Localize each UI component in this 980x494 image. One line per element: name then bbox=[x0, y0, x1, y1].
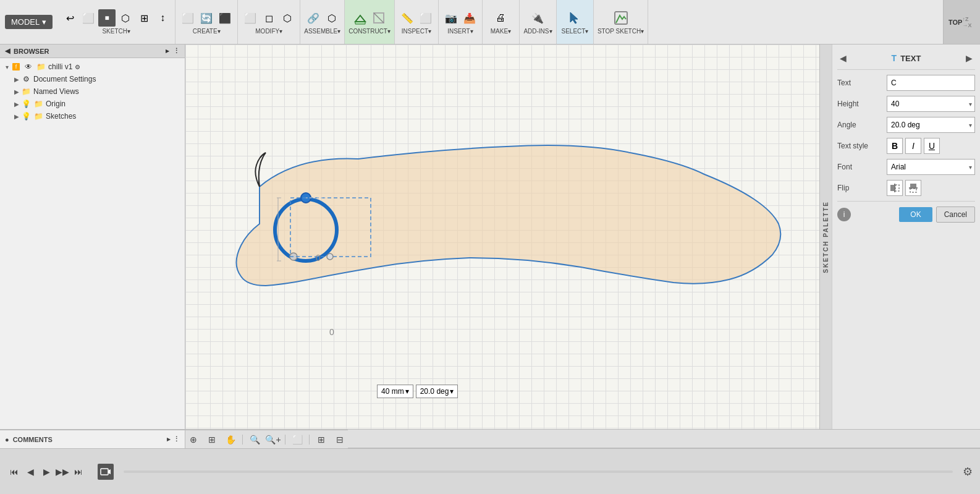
construct-plane-icon[interactable] bbox=[352, 9, 369, 27]
addins-label[interactable]: ADD-INS▾ bbox=[523, 28, 552, 35]
tree-named-views[interactable]: ▶ 📁 Named Views bbox=[0, 85, 185, 98]
stop-sketch-label[interactable]: STOP SKETCH▾ bbox=[598, 28, 644, 35]
flip-horizontal-button[interactable] bbox=[887, 180, 903, 196]
stop-sketch-section[interactable]: STOP SKETCH▾ bbox=[594, 0, 648, 44]
select-label[interactable]: SELECT▾ bbox=[561, 28, 588, 35]
sketch-section[interactable]: ↩ ⬜ ■ ⬡ ⊞ ↕ SKETCH▾ bbox=[57, 0, 175, 44]
browser-expand-btn[interactable]: ▸ bbox=[166, 47, 169, 55]
sketch-arrows-icon[interactable]: ↕ bbox=[154, 9, 171, 27]
width-input-box[interactable]: 40 mm ▾ bbox=[377, 385, 413, 398]
assemble-component-icon[interactable]: ⬡ bbox=[323, 9, 340, 27]
modify-fillet-icon[interactable]: ◻ bbox=[260, 9, 277, 27]
create-loft-icon[interactable]: ⬛ bbox=[216, 9, 234, 27]
sketch-grid-icon[interactable]: ⊞ bbox=[135, 9, 153, 27]
timeline-play-btn[interactable]: ▶ bbox=[40, 465, 53, 479]
insert-canvas-icon[interactable]: 📷 bbox=[442, 9, 460, 27]
modify-press-icon[interactable]: ⬜ bbox=[242, 9, 259, 27]
panel-next-btn[interactable]: ▶ bbox=[963, 52, 975, 64]
undo-icon[interactable]: ↩ bbox=[61, 9, 78, 27]
height-dropdown-arrow[interactable]: ▾ bbox=[969, 101, 972, 108]
italic-button[interactable]: I bbox=[905, 138, 921, 154]
modify-shell-icon[interactable]: ⬡ bbox=[279, 9, 296, 27]
panel-prev-btn[interactable]: ◀ bbox=[837, 52, 849, 64]
browser-collapse-btn[interactable]: ◀ bbox=[5, 47, 10, 55]
create-section[interactable]: ⬜ 🔄 ⬛ CREATE▾ bbox=[175, 0, 238, 44]
sketch-solid-icon[interactable]: ■ bbox=[98, 9, 116, 27]
font-dropdown-arrow[interactable]: ▾ bbox=[969, 164, 972, 171]
font-input-wrapper[interactable]: Arial ▾ bbox=[887, 159, 975, 175]
inspect-section-icon[interactable]: ⬜ bbox=[417, 9, 434, 27]
display-options-btn[interactable]: ⊟ bbox=[332, 433, 348, 446]
sketch-label[interactable]: SKETCH▾ bbox=[102, 28, 130, 35]
ok-button[interactable]: OK bbox=[899, 207, 932, 222]
sketch-hex-icon[interactable]: ⬡ bbox=[117, 9, 134, 27]
underline-button[interactable]: U bbox=[924, 138, 940, 154]
model-button[interactable]: MODEL ▾ bbox=[5, 15, 53, 29]
construct-label[interactable]: CONSTRUCT▾ bbox=[348, 28, 391, 35]
angle-input-box[interactable]: 20.0 deg ▾ bbox=[416, 385, 458, 398]
construct-axis-icon[interactable] bbox=[370, 9, 387, 27]
timeline-next-btn[interactable]: ▶▶ bbox=[56, 465, 69, 479]
stop-sketch-icon[interactable] bbox=[612, 9, 630, 27]
timeline-camera-icon[interactable] bbox=[98, 464, 114, 480]
sketch-rect-icon[interactable]: ⬜ bbox=[80, 9, 97, 27]
timeline-prev-btn[interactable]: ◀ bbox=[23, 465, 37, 479]
make-label[interactable]: MAKE▾ bbox=[491, 28, 511, 35]
timeline-end-btn[interactable]: ⏭ bbox=[72, 465, 85, 479]
tree-sketches[interactable]: ▶ 💡 📁 Sketches bbox=[0, 110, 185, 122]
addins-section[interactable]: 🔌 ADD-INS▾ bbox=[520, 0, 557, 44]
orbit-tool-btn[interactable]: ⊞ bbox=[204, 433, 220, 446]
timeline-track[interactable] bbox=[124, 471, 953, 473]
inspect-measure-icon[interactable]: 📏 bbox=[399, 9, 416, 27]
zoom-in-btn[interactable]: 🔍+ bbox=[265, 433, 281, 446]
assemble-label[interactable]: ASSEMBLE▾ bbox=[304, 28, 340, 35]
create-extrude-icon[interactable]: ⬜ bbox=[179, 9, 196, 27]
make-print-icon[interactable]: 🖨 bbox=[492, 9, 509, 27]
inspect-section[interactable]: 📏 ⬜ INSPECT▾ bbox=[395, 0, 439, 44]
tree-root-arrow[interactable]: ▾ bbox=[2, 64, 11, 70]
tree-eye-icon[interactable]: 👁 bbox=[23, 62, 33, 72]
browser-menu-btn[interactable]: ⋮ bbox=[173, 47, 180, 55]
tree-sketches-bulb-icon[interactable]: 💡 bbox=[21, 111, 31, 121]
modify-section[interactable]: ⬜ ◻ ⬡ MODIFY▾ bbox=[238, 0, 300, 44]
fit-view-btn[interactable]: ⬜ bbox=[289, 433, 305, 446]
assemble-joint-icon[interactable]: 🔗 bbox=[305, 9, 322, 27]
insert-label[interactable]: INSERT▾ bbox=[447, 28, 473, 35]
info-button[interactable]: i bbox=[837, 208, 851, 221]
pan-tool-btn[interactable]: ✋ bbox=[222, 433, 239, 446]
create-label[interactable]: CREATE▾ bbox=[193, 28, 221, 35]
inspect-label[interactable]: INSPECT▾ bbox=[402, 28, 431, 35]
timeline-start-btn[interactable]: ⏮ bbox=[7, 465, 21, 479]
tree-origin[interactable]: ▶ 💡 📁 Origin bbox=[0, 98, 185, 110]
construct-section[interactable]: CONSTRUCT▾ bbox=[345, 0, 395, 44]
height-input[interactable] bbox=[891, 100, 961, 108]
grid-view-btn[interactable]: ⊞ bbox=[313, 433, 329, 446]
select-section[interactable]: SELECT▾ bbox=[557, 0, 594, 44]
angle-input[interactable] bbox=[891, 121, 961, 129]
comments-expand-icon[interactable]: ● bbox=[5, 436, 9, 443]
tree-doc-arrow[interactable]: ▶ bbox=[12, 76, 21, 83]
bold-button[interactable]: B bbox=[887, 138, 903, 154]
tree-origin-arrow[interactable]: ▶ bbox=[12, 101, 21, 108]
addins-plugin-icon[interactable]: 🔌 bbox=[529, 9, 546, 27]
make-section[interactable]: 🖨 MAKE▾ bbox=[483, 0, 520, 44]
create-revolve-icon[interactable]: 🔄 bbox=[198, 9, 215, 27]
insert-decal-icon[interactable]: 📥 bbox=[461, 9, 478, 27]
tree-origin-bulb-icon[interactable]: 💡 bbox=[21, 99, 31, 109]
select-cursor-icon[interactable] bbox=[566, 9, 583, 27]
timeline-settings-btn[interactable]: ⚙ bbox=[963, 465, 973, 479]
tree-sketches-arrow[interactable]: ▶ bbox=[12, 113, 21, 120]
width-dropdown-arrow[interactable]: ▾ bbox=[405, 387, 409, 396]
move-tool-btn[interactable]: ⊕ bbox=[185, 433, 201, 446]
tree-root-settings-icon[interactable]: ⚙ bbox=[75, 64, 80, 70]
tree-root-item[interactable]: ▾ f 👁 📁 chilli v1 ⚙ bbox=[0, 61, 185, 73]
angle-dropdown-arrow[interactable]: ▾ bbox=[450, 387, 454, 396]
tree-doc-settings[interactable]: ▶ ⚙ Document Settings bbox=[0, 73, 185, 85]
assemble-section[interactable]: 🔗 ⬡ ASSEMBLE▾ bbox=[300, 0, 345, 44]
text-input[interactable] bbox=[891, 79, 971, 87]
modify-label[interactable]: MODIFY▾ bbox=[255, 28, 282, 35]
angle-dropdown-arrow[interactable]: ▾ bbox=[969, 122, 972, 129]
tree-named-views-arrow[interactable]: ▶ bbox=[12, 88, 21, 95]
text-input-wrapper[interactable] bbox=[887, 75, 975, 91]
zoom-tool-btn[interactable]: 🔍 bbox=[247, 433, 263, 446]
